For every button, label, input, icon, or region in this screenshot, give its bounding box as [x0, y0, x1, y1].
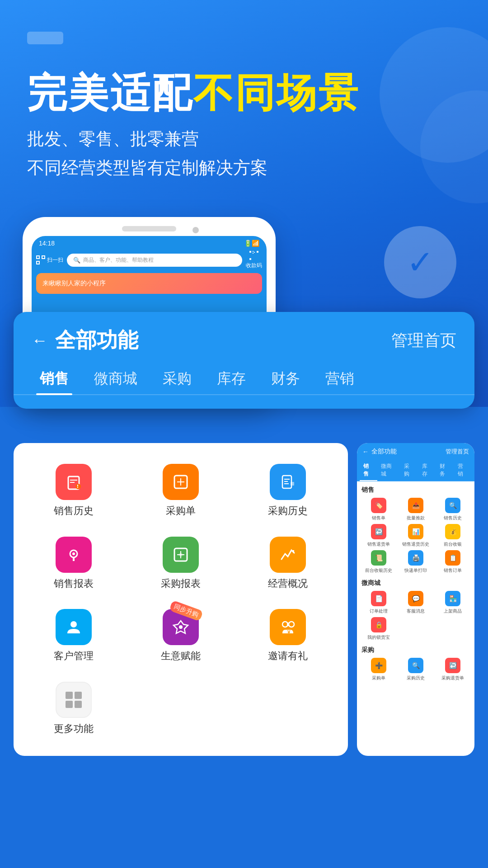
- mini-item-purchase-order[interactable]: ➕ 采购单: [361, 658, 396, 681]
- mini-item-lock-goods[interactable]: 🔒 我的锁货宝: [361, 617, 396, 641]
- qr-label[interactable]: 收款码: [246, 250, 262, 269]
- phone-banner: 来瞅瞅别人家的小程序: [36, 273, 262, 294]
- checkmark-icon: ✓: [407, 243, 434, 281]
- mini-item-bulk-push[interactable]: 📤 批量推款: [399, 498, 433, 521]
- mini-title: 全部功能: [371, 448, 397, 456]
- mini-customer-msg-icon: 💬: [408, 591, 423, 606]
- tab-inventory[interactable]: 库存: [204, 363, 258, 394]
- svg-rect-4: [257, 251, 258, 253]
- mini-item-print[interactable]: 🖨️ 快递单打印: [399, 550, 433, 574]
- mini-tab-finance[interactable]: 财务: [436, 460, 454, 481]
- manage-home-link[interactable]: 管理首页: [391, 330, 456, 352]
- tab-marketing[interactable]: 营销: [313, 363, 367, 394]
- mini-item-order-process[interactable]: 📄 订单处理: [361, 591, 396, 614]
- sales-history-label: 销售历史: [54, 505, 94, 518]
- purchase-report-icon: [163, 537, 199, 573]
- more-functions-label: 更多功能: [54, 722, 94, 736]
- content-below: 销售历史 采购单: [14, 443, 474, 756]
- svg-rect-6: [253, 251, 253, 252]
- invite-icon: ¥: [270, 609, 306, 645]
- purchase-order-icon: [163, 464, 199, 500]
- mini-item-sales-sub-order[interactable]: 📋 销售订单: [436, 550, 470, 574]
- customer-mgmt-label: 客户管理: [54, 650, 94, 663]
- svg-rect-19: [284, 479, 290, 480]
- app-item-more[interactable]: 更多功能: [23, 675, 125, 743]
- mini-item-sales-return[interactable]: ↩️ 销售退货单: [361, 524, 396, 547]
- phone-search-bar[interactable]: 🔍 商品、客户、功能、帮助教程: [67, 254, 242, 267]
- svg-rect-22: [291, 482, 294, 486]
- svg-point-29: [179, 553, 183, 557]
- back-arrow-icon[interactable]: ←: [32, 331, 48, 350]
- mini-purchase-grid: ➕ 采购单 🔍 采购历史 ↩️ 采购退货单: [361, 658, 470, 681]
- left-panel: 销售历史 采购单: [14, 443, 348, 756]
- app-item-purchase-report[interactable]: 采购报表: [130, 529, 232, 598]
- mini-tab-sales[interactable]: 销售: [360, 460, 377, 481]
- mini-tab-wechat[interactable]: 微商城: [377, 460, 400, 481]
- app-item-business-overview[interactable]: 经营概况: [236, 529, 339, 598]
- mini-manage-link[interactable]: 管理首页: [446, 448, 469, 456]
- svg-rect-2: [37, 261, 39, 264]
- mini-list-goods-icon: 🏪: [445, 591, 460, 606]
- svg-rect-1: [42, 256, 45, 259]
- tab-purchase[interactable]: 采购: [150, 363, 204, 394]
- mini-item-purchase-hist[interactable]: 🔍 采购历史: [399, 658, 433, 681]
- func-title-wrap: ← 全部功能: [32, 326, 138, 354]
- mini-section-sales: 销售: [361, 486, 470, 494]
- mini-cashier-history-icon: 📜: [371, 550, 386, 566]
- app-item-sales-history[interactable]: 销售历史: [23, 457, 125, 525]
- mini-item-purchase-return[interactable]: ↩️ 采购退货单: [436, 658, 470, 681]
- search-placeholder: 商品、客户、功能、帮助教程: [83, 256, 154, 264]
- purchase-history-label: 采购历史: [268, 505, 308, 518]
- tab-wechat-mall[interactable]: 微商城: [81, 363, 150, 394]
- mini-item-sales-return-history[interactable]: 📊 销售退货历史: [399, 524, 433, 547]
- headline-white: 完美适配: [27, 71, 193, 115]
- mini-item-list-goods[interactable]: 🏪 上架商品: [436, 591, 470, 614]
- mini-tab-purchase[interactable]: 采购: [400, 460, 418, 481]
- svg-rect-8: [254, 252, 255, 253]
- svg-rect-25: [73, 557, 75, 561]
- svg-rect-13: [77, 485, 78, 486]
- business-enable-label: 生意赋能: [161, 650, 201, 663]
- tab-sales[interactable]: 销售: [27, 363, 81, 394]
- tab-finance[interactable]: 财务: [258, 363, 313, 394]
- app-item-business-enable[interactable]: 同步升购 生意赋能: [130, 602, 232, 670]
- mini-tab-inventory[interactable]: 库存: [418, 460, 436, 481]
- mini-item-customer-msg[interactable]: 💬 客服消息: [399, 591, 433, 614]
- svg-rect-21: [284, 483, 289, 484]
- phone-camera: [192, 227, 199, 233]
- func-card: ← 全部功能 管理首页 销售 微商城 采购 库存 财务 营销: [14, 312, 474, 409]
- svg-point-32: [179, 625, 183, 629]
- headline-yellow: 不同场景: [193, 71, 360, 115]
- business-enable-icon: 同步升购: [163, 609, 199, 645]
- check-circle: ✓: [384, 226, 456, 298]
- svg-rect-38: [75, 692, 82, 699]
- mini-header: ← 全部功能 管理首页: [357, 443, 474, 460]
- app-item-purchase-order[interactable]: 采购单: [130, 457, 232, 525]
- mini-header-left: ← 全部功能: [362, 448, 397, 456]
- signal-bar: [27, 32, 63, 44]
- mini-content: 销售 🏷️ 销售单 📤 批量推款 🔍 销售历史 ↩️ 销售退货单: [357, 481, 474, 691]
- mini-item-cashier-history[interactable]: 📜 前台收银历史: [361, 550, 396, 574]
- sales-history-icon: [56, 464, 92, 500]
- mini-back-icon: ←: [362, 448, 369, 455]
- app-item-sales-report[interactable]: 销售报表: [23, 529, 125, 598]
- svg-point-34: [289, 622, 294, 627]
- business-overview-icon: [270, 537, 306, 573]
- mini-item-sales-order[interactable]: 🏷️ 销售单: [361, 498, 396, 521]
- mini-sales-return-history-icon: 📊: [408, 524, 423, 539]
- app-item-invite[interactable]: ¥ 邀请有礼: [236, 602, 339, 670]
- scan-label[interactable]: 扫一扫: [36, 255, 63, 264]
- svg-rect-35: [287, 623, 289, 626]
- app-item-customer-mgmt[interactable]: 客户管理: [23, 602, 125, 670]
- sales-report-label: 销售报表: [54, 577, 94, 590]
- svg-rect-39: [66, 701, 73, 708]
- mini-item-cashier[interactable]: 💰 前台收银: [436, 524, 470, 547]
- mini-item-mini-sales-history[interactable]: 🔍 销售历史: [436, 498, 470, 521]
- mini-section-purchase: 采购: [361, 646, 470, 654]
- phone-status-bar: 14:18 🔋📶: [32, 236, 267, 250]
- mini-tab-marketing[interactable]: 营销: [454, 460, 472, 481]
- app-item-purchase-history[interactable]: 采购历史: [236, 457, 339, 525]
- svg-rect-40: [75, 701, 82, 708]
- right-panel: ← 全部功能 管理首页 销售 微商城 采购 库存 财务 营销 销售 🏷️ 销售单…: [357, 443, 474, 756]
- subline2: 不同经营类型皆有定制解决方案: [27, 153, 461, 183]
